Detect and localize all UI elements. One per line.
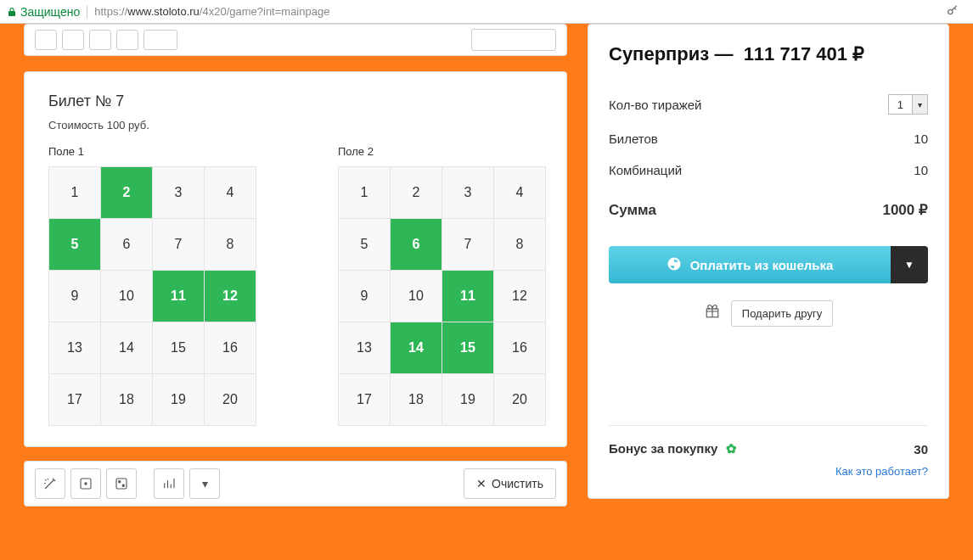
clear-button[interactable]: ✕ Очистить xyxy=(464,468,556,499)
draws-select[interactable]: 1 ▾ xyxy=(888,94,928,115)
ticket-cost: Стоимость 100 руб. xyxy=(48,119,543,132)
stats-button[interactable] xyxy=(154,468,184,499)
bonus-label: Бонус за покупку xyxy=(609,441,717,456)
clear-label: Очистить xyxy=(492,477,543,490)
pay-button-row: Оплатить из кошелька ▼ xyxy=(609,246,928,283)
ticket-card: Билет № 7 Стоимость 100 руб. Поле 1 1234… xyxy=(24,71,567,447)
number-cell-4[interactable]: 4 xyxy=(205,167,256,218)
actions-toolbar: ▾ ✕ Очистить xyxy=(24,461,567,507)
number-cell-6[interactable]: 6 xyxy=(391,219,442,270)
number-cell-11[interactable]: 11 xyxy=(442,271,493,322)
bonus-section: Бонус за покупку ✿ 30 Как это работает? xyxy=(609,425,928,498)
number-cell-16[interactable]: 16 xyxy=(205,322,256,373)
pay-label: Оплатить из кошелька xyxy=(690,258,834,272)
clover-icon: ✿ xyxy=(726,441,737,456)
ticket-title: Билет № 7 xyxy=(48,92,543,110)
toolbar-outline-button[interactable] xyxy=(471,29,556,51)
number-cell-7[interactable]: 7 xyxy=(442,219,493,270)
magic-wand-button[interactable] xyxy=(35,468,65,499)
number-cell-18[interactable]: 18 xyxy=(391,374,442,425)
combos-value: 10 xyxy=(914,163,928,177)
number-cell-2[interactable]: 2 xyxy=(101,167,152,218)
chevron-down-icon: ▾ xyxy=(912,95,927,114)
number-cell-19[interactable]: 19 xyxy=(442,374,493,425)
number-cell-17[interactable]: 17 xyxy=(339,374,390,425)
number-cell-11[interactable]: 11 xyxy=(153,271,204,322)
pay-button[interactable]: Оплатить из кошелька xyxy=(609,246,891,283)
sum-value: 1000 ₽ xyxy=(882,201,928,219)
tickets-label: Билетов xyxy=(609,132,658,146)
gift-label: Подарить другу xyxy=(742,307,822,320)
superprize-row: Суперприз — 111 717 401 ₽ xyxy=(609,43,928,65)
number-cell-14[interactable]: 14 xyxy=(101,322,152,373)
key-icon[interactable] xyxy=(946,3,959,20)
wallet-icon xyxy=(666,256,682,274)
number-cell-4[interactable]: 4 xyxy=(494,167,545,218)
sum-row: Сумма 1000 ₽ xyxy=(609,186,928,227)
bonus-value: 30 xyxy=(914,442,928,456)
svg-rect-3 xyxy=(116,479,127,489)
number-cell-15[interactable]: 15 xyxy=(442,322,493,373)
number-cell-7[interactable]: 7 xyxy=(153,219,204,270)
number-grid-1: 1234567891011121314151617181920 xyxy=(48,166,256,426)
number-cell-18[interactable]: 18 xyxy=(101,374,152,425)
dice-2-button[interactable] xyxy=(106,468,137,499)
separator xyxy=(87,5,87,19)
pay-dropdown[interactable]: ▼ xyxy=(891,246,928,283)
gift-button[interactable]: Подарить другу xyxy=(731,300,833,327)
number-cell-13[interactable]: 13 xyxy=(339,322,390,373)
gift-row: Подарить другу xyxy=(609,300,928,327)
number-cell-14[interactable]: 14 xyxy=(391,322,442,373)
number-cell-3[interactable]: 3 xyxy=(153,167,204,218)
number-cell-1[interactable]: 1 xyxy=(339,167,390,218)
superprize-value: 111 717 401 ₽ xyxy=(744,43,864,64)
number-cell-9[interactable]: 9 xyxy=(49,271,100,322)
number-cell-3[interactable]: 3 xyxy=(442,167,493,218)
toolbar-mini-button[interactable] xyxy=(116,30,138,50)
url-display[interactable]: https://www.stoloto.ru/4x20/game?int=mai… xyxy=(94,5,946,18)
dropdown-button[interactable]: ▾ xyxy=(189,468,220,499)
number-cell-19[interactable]: 19 xyxy=(153,374,204,425)
number-cell-20[interactable]: 20 xyxy=(494,374,545,425)
field-1: Поле 1 1234567891011121314151617181920 xyxy=(48,145,256,426)
draws-value: 1 xyxy=(889,98,912,111)
toolbar-mini-button[interactable] xyxy=(35,30,57,50)
number-cell-20[interactable]: 20 xyxy=(205,374,256,425)
number-cell-2[interactable]: 2 xyxy=(391,167,442,218)
draws-row: Кол-во тиражей 1 ▾ xyxy=(609,86,928,123)
number-cell-17[interactable]: 17 xyxy=(49,374,100,425)
secure-label: Защищено xyxy=(20,5,80,19)
browser-address-bar: Защищено https://www.stoloto.ru/4x20/gam… xyxy=(0,0,973,24)
number-cell-16[interactable]: 16 xyxy=(494,322,545,373)
number-cell-9[interactable]: 9 xyxy=(339,271,390,322)
number-cell-1[interactable]: 1 xyxy=(49,167,100,218)
svg-point-5 xyxy=(122,484,124,486)
number-cell-13[interactable]: 13 xyxy=(49,322,100,373)
svg-point-4 xyxy=(119,481,121,483)
number-cell-10[interactable]: 10 xyxy=(391,271,442,322)
number-cell-5[interactable]: 5 xyxy=(49,219,100,270)
toolbar-mini-button[interactable] xyxy=(62,30,84,50)
number-cell-8[interactable]: 8 xyxy=(205,219,256,270)
number-grid-2: 1234567891011121314151617181920 xyxy=(338,166,546,426)
bonus-info-link[interactable]: Как это работает? xyxy=(609,465,928,490)
number-cell-6[interactable]: 6 xyxy=(101,219,152,270)
sum-label: Сумма xyxy=(609,202,656,219)
top-toolbar xyxy=(24,24,567,56)
tickets-row: Билетов 10 xyxy=(609,123,928,154)
number-cell-5[interactable]: 5 xyxy=(339,219,390,270)
toolbar-mini-button[interactable] xyxy=(143,30,177,50)
summary-card: Суперприз — 111 717 401 ₽ Кол-во тиражей… xyxy=(588,24,949,499)
combos-label: Комбинаций xyxy=(609,163,682,177)
dice-1-button[interactable] xyxy=(70,468,101,499)
gift-icon xyxy=(704,304,721,323)
number-cell-15[interactable]: 15 xyxy=(153,322,204,373)
svg-point-2 xyxy=(85,483,87,484)
url-prefix: https:// xyxy=(94,5,127,18)
number-cell-12[interactable]: 12 xyxy=(494,271,545,322)
number-cell-10[interactable]: 10 xyxy=(101,271,152,322)
lock-icon xyxy=(7,7,17,17)
number-cell-8[interactable]: 8 xyxy=(494,219,545,270)
number-cell-12[interactable]: 12 xyxy=(205,271,256,322)
toolbar-mini-button[interactable] xyxy=(89,30,111,50)
